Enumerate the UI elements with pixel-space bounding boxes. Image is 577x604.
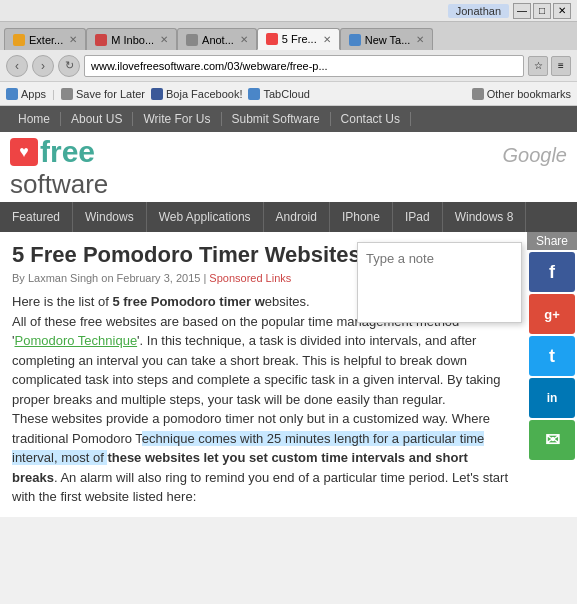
tab-icon-active [266, 33, 278, 45]
tab-label-external: Exter... [29, 34, 63, 46]
share-sidebar: Share f g+ t in ✉ [527, 232, 577, 462]
nav-submit[interactable]: Submit Software [222, 112, 331, 126]
cat-windows[interactable]: Windows [73, 202, 147, 232]
bookmark-boja[interactable]: Boja Facebook! [151, 88, 242, 100]
tabcloud-bookmark-label: TabCloud [263, 88, 309, 100]
tab-close-active[interactable]: ✕ [323, 34, 331, 45]
tab-label-anot: Anot... [202, 34, 234, 46]
minimize-button[interactable]: — [513, 3, 531, 19]
tabcloud-bookmark-icon [248, 88, 260, 100]
pomodoro-technique-link[interactable]: Pomodoro Technique [14, 333, 137, 348]
logo-area: ♥ free software Google [0, 132, 577, 202]
share-linkedin-button[interactable]: in [529, 378, 575, 418]
nav-contact[interactable]: Contact Us [331, 112, 411, 126]
maximize-button[interactable]: □ [533, 3, 551, 19]
apps-bookmark-label: Apps [21, 88, 46, 100]
share-label: Share [527, 232, 577, 250]
apps-bookmark-icon [6, 88, 18, 100]
twitter-icon: t [549, 346, 555, 367]
bookmark-tabcloud[interactable]: TabCloud [248, 88, 309, 100]
email-share-icon: ✉ [545, 429, 560, 451]
window-controls: — □ ✕ [513, 3, 571, 19]
bookmark-apps[interactable]: Apps [6, 88, 46, 100]
tab-anot[interactable]: Anot... ✕ [177, 28, 257, 50]
tab-label-newtab: New Ta... [365, 34, 411, 46]
meta-author: Laxman Singh [28, 272, 98, 284]
bookmark-divider-1: | [52, 88, 55, 100]
para1-bold: 5 free Pomodoro timer w [112, 294, 264, 309]
tab-close-gmail[interactable]: ✕ [160, 34, 168, 45]
other-bookmark-icon [472, 88, 484, 100]
google-search: Google [503, 144, 568, 167]
address-bar: ‹ › ↻ ☆ ≡ [0, 50, 577, 82]
save-bookmark-icon [61, 88, 73, 100]
note-input[interactable] [366, 251, 513, 311]
tabs-bar: Exter... ✕ M Inbo... ✕ Anot... ✕ 5 Fre..… [0, 22, 577, 50]
tab-icon-external [13, 34, 25, 46]
reload-button[interactable]: ↻ [58, 55, 80, 77]
article-para2: All of these free websites are based on … [12, 312, 512, 410]
tab-icon-newtab [349, 34, 361, 46]
share-googleplus-button[interactable]: g+ [529, 294, 575, 334]
bookmark-other[interactable]: Other bookmarks [472, 88, 571, 100]
back-button[interactable]: ‹ [6, 55, 28, 77]
logo-heart-icon: ♥ [10, 138, 38, 166]
tab-label-gmail: M Inbo... [111, 34, 154, 46]
cat-windows8[interactable]: Windows 8 [443, 202, 527, 232]
share-email-button[interactable]: ✉ [529, 420, 575, 460]
share-facebook-button[interactable]: f [529, 252, 575, 292]
article-text: Here is the list of 5 free Pomodoro time… [12, 292, 512, 507]
close-button[interactable]: ✕ [553, 3, 571, 19]
nav-home[interactable]: Home [8, 112, 61, 126]
bookmark-star-icon[interactable]: ☆ [528, 56, 548, 76]
url-input[interactable] [84, 55, 524, 77]
user-name: Jonathan [448, 4, 509, 18]
logo-software-text: software [10, 169, 108, 200]
meta-by: By [12, 272, 25, 284]
nav-write[interactable]: Write For Us [133, 112, 221, 126]
site-logo[interactable]: ♥ free software [10, 135, 108, 200]
cat-iphone[interactable]: IPhone [330, 202, 393, 232]
share-twitter-button[interactable]: t [529, 336, 575, 376]
tab-external[interactable]: Exter... ✕ [4, 28, 86, 50]
facebook-icon: f [549, 262, 555, 283]
article-para3: These websites provide a pomodoro timer … [12, 409, 512, 507]
sponsored-link[interactable]: Sponsored Links [209, 272, 291, 284]
site-nav: Home About US Write For Us Submit Softwa… [0, 106, 577, 132]
linkedin-icon: in [547, 391, 558, 405]
save-bookmark-label: Save for Later [76, 88, 145, 100]
logo-free-text: free [40, 135, 95, 169]
note-popup [357, 242, 522, 323]
category-nav: Featured Windows Web Applications Androi… [0, 202, 577, 232]
menu-icon[interactable]: ≡ [551, 56, 571, 76]
address-icons: ☆ ≡ [528, 56, 571, 76]
googleplus-icon: g+ [544, 307, 560, 322]
bookmark-save[interactable]: Save for Later [61, 88, 145, 100]
tab-icon-anot [186, 34, 198, 46]
tab-gmail[interactable]: M Inbo... ✕ [86, 28, 177, 50]
tab-close-external[interactable]: ✕ [69, 34, 77, 45]
tab-close-newtab[interactable]: ✕ [416, 34, 424, 45]
cat-ipad[interactable]: IPad [393, 202, 443, 232]
cat-web-applications[interactable]: Web Applications [147, 202, 264, 232]
tab-icon-gmail [95, 34, 107, 46]
meta-date: on February 3, 2015 [101, 272, 200, 284]
tab-newtab[interactable]: New Ta... ✕ [340, 28, 434, 50]
boja-bookmark-icon [151, 88, 163, 100]
title-bar: Jonathan — □ ✕ [0, 0, 577, 22]
nav-about[interactable]: About US [61, 112, 133, 126]
tab-active[interactable]: 5 Fre... ✕ [257, 28, 340, 50]
cat-featured[interactable]: Featured [0, 202, 73, 232]
boja-bookmark-label: Boja Facebook! [166, 88, 242, 100]
tab-label-active: 5 Fre... [282, 33, 317, 45]
forward-button[interactable]: › [32, 55, 54, 77]
tab-close-anot[interactable]: ✕ [240, 34, 248, 45]
bookmarks-bar: Apps | Save for Later Boja Facebook! Tab… [0, 82, 577, 106]
other-bookmark-label: Other bookmarks [487, 88, 571, 100]
article-area: 5 Free Pomodoro Timer Websites By Laxman… [0, 232, 577, 517]
page-content: Home About US Write For Us Submit Softwa… [0, 106, 577, 517]
cat-android[interactable]: Android [264, 202, 330, 232]
title-bar-right: Jonathan — □ ✕ [448, 3, 571, 19]
